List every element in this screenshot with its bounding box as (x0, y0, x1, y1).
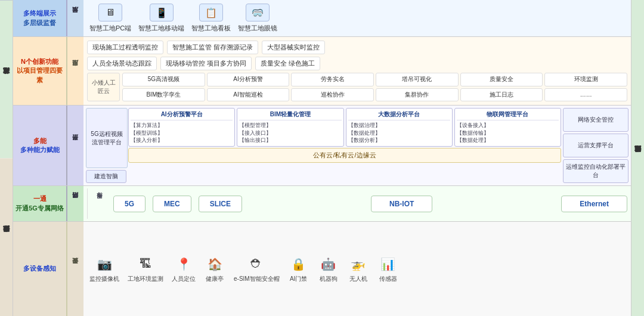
camera-icon: 📷 (94, 255, 115, 273)
mobile-icon: 📱 (150, 4, 174, 21)
grid-item-11: …… (544, 88, 627, 102)
sensor-data: 📊 传感器 (377, 255, 399, 283)
sensor-lock: 🔒 AI门禁 (288, 255, 309, 283)
cloud-bar: 公有云/私有云/边缘云 (128, 148, 561, 163)
sensor-robot: 🤖 机器狗 (318, 255, 339, 283)
app-box-3: 人员全场景动态跟踪 (87, 57, 157, 70)
right-label-impl: 实施运维保障体系 (631, 0, 644, 316)
platform-title1: 多能 (33, 137, 47, 145)
module-1-title: BIM轻量化管理 (239, 110, 341, 120)
health-label: 健康亭 (206, 275, 224, 283)
platform-right-col: 网络安全管控 运营支撑平台 运维监控自动化部署平台 (563, 108, 628, 183)
robot-label: 机器狗 (320, 275, 338, 283)
network-title1: 一通 (33, 194, 47, 203)
location-label: 人员定位 (172, 275, 196, 283)
display-title1: 多终端展示 (23, 9, 56, 18)
network-nbiot: NB-IOT (371, 196, 432, 212)
data-icon: 📊 (377, 255, 399, 273)
app-box-5: 质量安全 绿色施工 (255, 57, 320, 70)
sensor-env: 🏗 工地环境监测 (128, 255, 163, 283)
network-title2: 开通5G专属网络 (16, 204, 64, 213)
platform-module-1: BIM轻量化管理 【模型管理】 【接入接口】 【输出接口】 (237, 108, 343, 147)
device-title1: 多设备感知 (23, 264, 56, 273)
esim-icon: ⛑ (246, 255, 267, 273)
sensor-location: 📍 人员定位 (172, 255, 196, 283)
left-label-standards: 标准与规范 (0, 0, 13, 159)
app-title2: 以项目管理四要素 (16, 66, 64, 85)
device-content: 📷 监控摄像机 🏗 工地环境监测 📍 人员定位 🏠 健康亭 ⛑ e- (83, 222, 631, 316)
sensor-camera: 📷 监控摄像机 (89, 255, 119, 283)
platform-header: 多能 多种能力赋能 (13, 106, 67, 185)
grid-item-4: 质量安全 (460, 73, 543, 86)
grid-item-0: 5G高清视频 (122, 73, 205, 86)
app-box-0: 现场施工过程透明监控 (87, 41, 163, 54)
esim-label: e-SIM智能安全帽 (234, 275, 280, 283)
main-container: 标准与规范 安全保障体系 多终端展示 多层级监督 展示层 🖥 智慧工地PC端 📱… (0, 0, 644, 316)
device-row: 多设备感知 设备层 📷 监控摄像机 🏗 工地环境监测 📍 人员定位 🏠 (13, 222, 631, 316)
module-0-items: 【算力算法】 【模型训练】 【接入分析】 (131, 122, 233, 144)
grid-item-5: 环境监测 (544, 73, 627, 86)
network-5g: 5G (113, 196, 145, 212)
app-header: N个创新功能 以项目管理四要素 (13, 37, 67, 105)
app-layer-tag: 应用层 (67, 37, 83, 105)
network-ethernet: Ethernet (561, 196, 627, 212)
network-layer-tag: 网络层 (67, 186, 83, 221)
app-box-2: 大型器械实时监控 (262, 41, 325, 54)
network-slice: SLICE (199, 196, 242, 212)
network-mec: MEC (153, 196, 191, 212)
platform-title2: 多种能力赋能 (20, 145, 60, 154)
drone-icon: 🚁 (348, 255, 369, 273)
left-label-security: 安全保障体系 (0, 159, 13, 317)
app-second-row: 人员全场景动态跟踪 现场移动管控 项目多方协同 质量安全 绿色施工 (87, 57, 627, 70)
ai-column: 小矮人工匠云 (87, 73, 120, 101)
pc-icon: 🖥 (98, 4, 122, 21)
platform-content: 5G远程视频流管理平台 建造智脑 AI分析预警平台 【算力算法】 【模型训练】 … (83, 106, 631, 185)
location-icon: 📍 (173, 255, 194, 273)
module-2-items: 【数据治理】 【数据处理】 【数据分析】 (348, 122, 450, 144)
camera-label: 监控摄像机 (89, 275, 119, 283)
glasses-icon: 🥽 (246, 4, 270, 21)
app-box-1: 智慧施工监管 留存溯源记录 (167, 41, 258, 54)
module-3-items: 【设备接入】 【数据传输】 【数据处理】 (457, 122, 559, 144)
drone-label: 无人机 (349, 275, 367, 283)
sensor-health: 🏠 健康亭 (204, 255, 225, 283)
network-service-label: 专网服务 (87, 188, 110, 219)
right-item-2: 运维监控自动化部署平台 (563, 159, 628, 183)
app-row: N个创新功能 以项目管理四要素 应用层 现场施工过程透明监控 智慧施工监管 留存… (13, 37, 631, 106)
grid-item-9: 集群协作 (376, 88, 459, 102)
grid-item-8: 巡检协作 (291, 88, 374, 102)
display-header: 多终端展示 多层级监督 (13, 0, 67, 36)
board-icon: 📋 (199, 4, 223, 21)
module-3-title: 物联网管理平台 (457, 110, 559, 120)
right-item-0: 网络安全管控 (563, 108, 628, 132)
module-1-items: 【模型管理】 【接入接口】 【输出接口】 (239, 122, 341, 144)
mobile-label: 智慧工地移动端 (138, 24, 184, 33)
app-box-4: 现场移动管控 项目多方协同 (160, 57, 252, 70)
platform-top-modules: AI分析预警平台 【算力算法】 【模型训练】 【接入分析】 BIM轻量化管理 (128, 108, 561, 147)
module-0-title: AI分析预警平台 (131, 110, 233, 120)
env-icon: 🏗 (135, 255, 156, 273)
sensor-esim: ⛑ e-SIM智能安全帽 (234, 255, 280, 283)
env-label: 工地环境监测 (128, 275, 163, 283)
robot-icon: 🤖 (318, 255, 339, 273)
device-header: 多设备感知 (13, 222, 67, 316)
platform-row: 多能 多种能力赋能 平台层 5G远程视频流管理平台 建造智脑 AI分析预警平台 (13, 106, 631, 186)
lock-icon: 🔒 (288, 255, 309, 273)
platform-module-3: 物联网管理平台 【设备接入】 【数据传输】 【数据处理】 (454, 108, 561, 147)
grid-item-6: BIM数字孪生 (122, 88, 205, 102)
network-items: 5G MEC SLICE NB-IOT Ethernet (113, 188, 627, 219)
board-label: 智慧工地看板 (191, 24, 231, 33)
platform-layer-tag: 平台层 (67, 106, 83, 185)
platform-5g-video: 5G远程视频流管理平台 (86, 108, 128, 168)
grid-item-10: 施工日志 (460, 88, 543, 102)
module-2-title: 大数据分析平台 (348, 110, 450, 120)
display-title2: 多层级监督 (23, 18, 56, 27)
display-content: 🖥 智慧工地PC端 📱 智慧工地移动端 📋 智慧工地看板 🥽 智慧工地眼镜 (83, 0, 631, 36)
device-pc: 🖥 智慧工地PC端 (89, 4, 131, 33)
platform-brain-label: 建造智脑 (86, 170, 126, 183)
pc-label: 智慧工地PC端 (89, 24, 131, 33)
grid-item-1: AI分析预警 (207, 73, 290, 86)
lock-label: AI门禁 (290, 275, 307, 283)
network-row: 一通 开通5G专属网络 网络层 专网服务 5G MEC SLICE NB-IOT… (13, 186, 631, 222)
right-item-1: 运营支撑平台 (563, 134, 628, 157)
